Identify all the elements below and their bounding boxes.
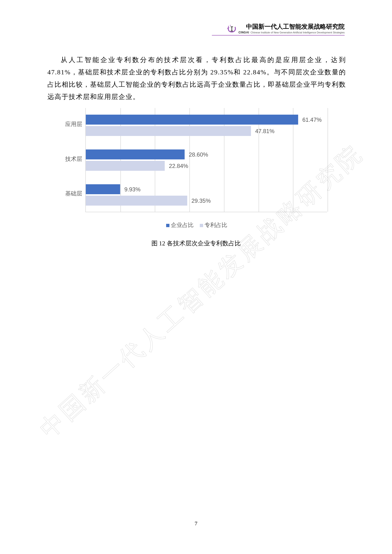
bar-patent: [86, 126, 251, 136]
bar-value-label: 47.81%: [255, 128, 274, 135]
bar-value-label: 61.47%: [302, 117, 322, 123]
legend-swatch-enterprise: [166, 224, 169, 227]
watermark: 中国新一代人工智能发展战略研究院: [33, 200, 301, 445]
bar-value-label: 9.93%: [124, 186, 140, 193]
bar-patent: [86, 161, 165, 171]
chart-y-axis-label: 应用层: [60, 120, 82, 128]
svg-point-0: [228, 26, 229, 27]
legend-label-patent: 专利占比: [204, 222, 227, 228]
bar-value-label: 22.84%: [169, 163, 188, 169]
bar-enterprise: [86, 115, 298, 125]
page-header: 中国新一代人工智能发展战略研究院 CINGAI Chinese Institut…: [212, 22, 345, 35]
org-name-en: Chinese Institute of New Generation Arti…: [251, 31, 345, 34]
legend-label-enterprise: 企业占比: [171, 222, 194, 228]
chart-gridline: [328, 108, 328, 212]
chart-plot-area: 应用层61.47%47.81%技术层28.60%22.84%基础层9.93%29…: [85, 108, 327, 212]
org-abbr: CINGAI: [238, 31, 249, 34]
chart-figure-12: 应用层61.47%47.81%技术层28.60%22.84%基础层9.93%29…: [57, 106, 332, 234]
chart-category-group: 应用层61.47%47.81%: [86, 108, 327, 143]
chart-category-group: 技术层28.60%22.84%: [86, 143, 327, 178]
chart-y-axis-label: 技术层: [60, 155, 82, 163]
body-paragraph: 从人工智能企业专利数分布的技术层次看，专利数占比最高的是应用层企业，达到 47.…: [47, 54, 346, 103]
header-rule: [212, 35, 345, 35]
bar-value-label: 28.60%: [189, 151, 208, 158]
bar-enterprise: [86, 184, 120, 194]
logo-icon: [226, 24, 237, 33]
legend-swatch-patent: [200, 224, 203, 227]
chart-legend: 企业占比 专利占比: [57, 221, 332, 229]
page-number: 7: [0, 520, 392, 527]
bar-patent: [86, 196, 187, 206]
chart-caption: 图 12 各技术层次企业专利数占比: [0, 239, 392, 248]
bar-value-label: 29.35%: [191, 198, 211, 204]
chart-category-group: 基础层9.93%29.35%: [86, 177, 327, 212]
org-logo: 中国新一代人工智能发展战略研究院 CINGAI Chinese Institut…: [212, 22, 345, 34]
bar-enterprise: [86, 149, 185, 159]
org-name: 中国新一代人工智能发展战略研究院: [238, 22, 345, 31]
chart-y-axis-label: 基础层: [60, 190, 82, 197]
svg-point-1: [230, 25, 231, 26]
